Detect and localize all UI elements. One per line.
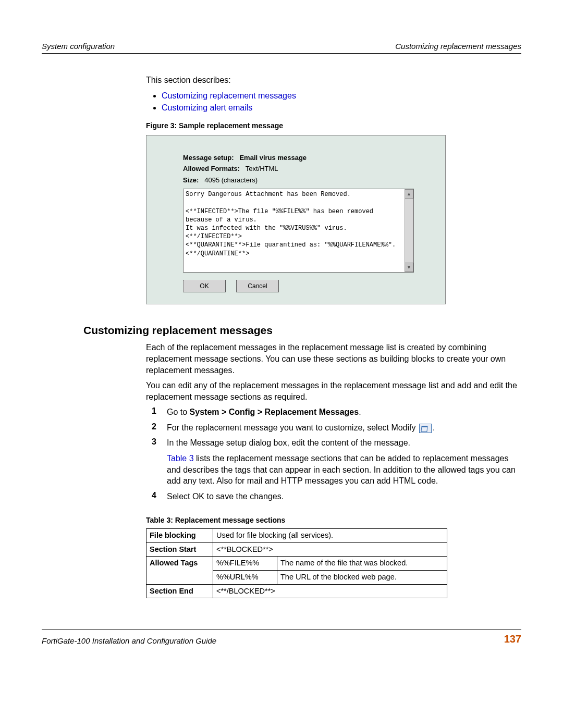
- table-caption: Table 3: Replacement message sections: [146, 515, 521, 525]
- step-number-2: 2: [136, 422, 167, 434]
- figure-sample-replacement-message: Message setup: Email virus message Allow…: [146, 135, 446, 305]
- cell-section-end-val: <**/BLOCKED**>: [213, 584, 447, 598]
- modify-icon: [419, 424, 432, 433]
- table-row: File blocking Used for file blocking (al…: [146, 529, 447, 543]
- table-row: Section End <**/BLOCKED**>: [146, 584, 447, 598]
- step3a: In the Message setup dialog box, edit th…: [167, 437, 521, 449]
- para-2: You can edit any of the replacement mess…: [146, 380, 521, 402]
- cell-section-end: Section End: [146, 584, 213, 598]
- page-header: System configuration Customizing replace…: [42, 42, 521, 54]
- cell-tag-url-desc: The URL of the blocked web page.: [277, 571, 447, 585]
- cell-tag-file: %%FILE%%: [213, 557, 277, 571]
- scroll-up-icon[interactable]: ▲: [405, 189, 413, 199]
- msg-setup-label: Message setup:: [183, 154, 234, 162]
- footer-left: FortiGate-100 Installation and Configura…: [42, 636, 216, 645]
- table-replacement-sections: File blocking Used for file blocking (al…: [146, 528, 447, 598]
- step1-pre: Go to: [167, 408, 190, 416]
- page-number: 137: [504, 633, 521, 645]
- cell-section-start-val: <**BLOCKED**>: [213, 542, 447, 557]
- link-customizing-alert-emails[interactable]: Customizing alert emails: [162, 103, 252, 112]
- page-footer: FortiGate-100 Installation and Configura…: [42, 630, 521, 645]
- para-1: Each of the replacement messages in the …: [146, 342, 521, 376]
- scrollbar[interactable]: ▲ ▼: [405, 189, 413, 272]
- table-row: Section Start <**BLOCKED**>: [146, 542, 447, 557]
- header-right: Customizing replacement messages: [395, 42, 521, 51]
- toc-links: Customizing replacement messages Customi…: [146, 90, 521, 114]
- cell-file-blocking-desc: Used for file blocking (all services).: [213, 529, 447, 543]
- step1-bold: System > Config > Replacement Messages: [190, 408, 359, 416]
- cell-allowed-tags: Allowed Tags: [146, 557, 213, 584]
- step-1: Go to System > Config > Replacement Mess…: [167, 406, 521, 418]
- intro-text: This section describes:: [146, 75, 521, 86]
- figure-caption: Figure 3: Sample replacement message: [146, 121, 521, 131]
- step-number-4: 4: [136, 491, 167, 502]
- cell-section-start: Section Start: [146, 542, 213, 557]
- cell-tag-url: %%URL%%: [213, 571, 277, 585]
- table-row: Allowed Tags %%FILE%% The name of the fi…: [146, 557, 447, 571]
- message-textarea[interactable]: Sorry Dangerous Attachment has been Remo…: [183, 189, 414, 273]
- header-left: System configuration: [42, 42, 115, 51]
- step2-pre: For the replacement message you want to …: [167, 423, 418, 432]
- link-customizing-replacement[interactable]: Customizing replacement messages: [162, 91, 296, 100]
- step-number-3: 3: [136, 437, 167, 486]
- step3b-rest: lists the replacement message sections t…: [167, 454, 516, 485]
- cancel-button[interactable]: Cancel: [236, 280, 279, 292]
- size-label: Size:: [183, 176, 199, 184]
- step-2: For the replacement message you want to …: [167, 422, 521, 434]
- cell-tag-file-desc: The name of the file that was blocked.: [277, 557, 447, 571]
- step-3: In the Message setup dialog box, edit th…: [167, 437, 521, 486]
- msg-setup-value: Email virus message: [239, 154, 307, 162]
- section-heading: Customizing replacement messages: [83, 324, 521, 337]
- size-value: 4095 (characters): [204, 176, 258, 184]
- formats-value: Text/HTML: [246, 165, 278, 172]
- step1-post: .: [359, 408, 361, 416]
- link-table-3[interactable]: Table 3: [167, 454, 194, 463]
- cell-file-blocking: File blocking: [146, 529, 213, 543]
- step-4: Select OK to save the changes.: [167, 491, 521, 502]
- scroll-down-icon[interactable]: ▼: [405, 263, 413, 272]
- step-number-1: 1: [136, 406, 167, 418]
- formats-label: Allowed Formats:: [183, 165, 240, 172]
- step2-post: .: [433, 423, 435, 432]
- textarea-content[interactable]: Sorry Dangerous Attachment has been Remo…: [183, 189, 405, 272]
- ok-button[interactable]: OK: [183, 280, 226, 292]
